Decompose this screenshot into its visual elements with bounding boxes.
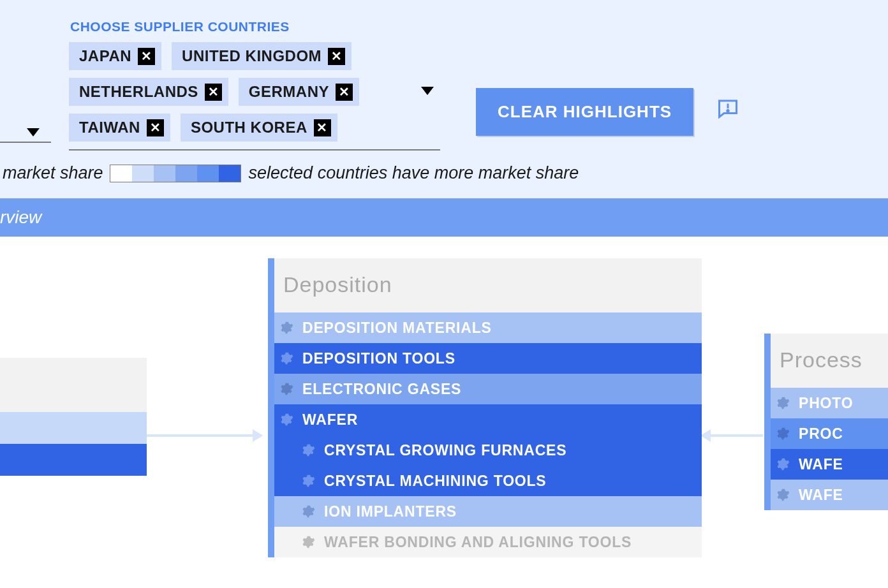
row-label: PROC [799, 425, 843, 443]
close-icon[interactable]: ✕ [147, 119, 164, 136]
list-item[interactable]: ELECTRONIC GASES [268, 374, 702, 404]
gear-icon [279, 321, 293, 335]
flow-arrow [702, 434, 763, 437]
section-banner: rview [0, 198, 888, 237]
close-icon[interactable]: ✕ [138, 48, 155, 65]
flow-arrow [147, 434, 262, 437]
panel-title: Deposition [268, 258, 702, 312]
panel-process: Process PHOTOPROCWAFEWAFE [764, 334, 888, 510]
clear-highlights-button[interactable]: CLEAR HIGHLIGHTS [476, 88, 693, 136]
list-item[interactable]: PROC [764, 418, 888, 449]
legend-swatches [110, 165, 241, 182]
legend-left-label: market share [3, 163, 103, 183]
panel-title: Process [764, 334, 888, 388]
list-item[interactable]: ION IMPLANTERS [268, 496, 702, 527]
gear-icon [301, 443, 315, 457]
row-label: DEPOSITION MATERIALS [302, 320, 492, 337]
gear-icon [776, 488, 790, 502]
row-label: CRYSTAL MACHINING TOOLS [324, 473, 547, 490]
list-item[interactable]: DEPOSITION MATERIALS [268, 312, 702, 343]
list-item[interactable]: PHOTO [764, 388, 888, 418]
list-item[interactable]: CRYSTAL MACHINING TOOLS [268, 466, 702, 496]
gear-icon [279, 413, 293, 427]
row-label: CRYSTAL GROWING FURNACES [324, 442, 566, 459]
list-item[interactable]: WAFER [268, 404, 702, 435]
legend-right-label: selected countries have more market shar… [249, 163, 579, 183]
row-label: PHOTO [799, 395, 853, 412]
left-dropdown[interactable] [0, 42, 51, 143]
list-item[interactable]: DEPOSITION TOOLS [268, 343, 702, 374]
svg-point-1 [727, 110, 729, 112]
close-icon[interactable]: ✕ [328, 48, 345, 65]
list-item[interactable] [0, 412, 147, 444]
close-icon[interactable]: ✕ [314, 119, 331, 136]
list-item[interactable] [0, 444, 147, 476]
supply-chain-diagram: k handling Deposition DEPOSITION MATERIA… [0, 237, 888, 581]
gear-icon [776, 457, 790, 471]
row-label: ELECTRONIC GASES [302, 381, 461, 398]
close-icon[interactable]: ✕ [336, 84, 353, 101]
chip-label: SOUTH KOREA [191, 119, 307, 136]
row-label: WAFE [799, 487, 843, 504]
list-item[interactable]: WAFE [764, 480, 888, 510]
chip-label: JAPAN [79, 47, 131, 65]
chip-label: NETHERLANDS [79, 83, 198, 101]
gear-icon [301, 474, 315, 488]
chevron-down-icon[interactable] [421, 87, 434, 95]
gear-icon [301, 535, 315, 549]
chip-germany[interactable]: GERMANY✕ [239, 78, 359, 106]
row-label: WAFE [799, 456, 843, 473]
list-item[interactable]: CRYSTAL GROWING FURNACES [268, 435, 702, 466]
gear-icon [776, 396, 790, 410]
chip-label: GERMANY [249, 83, 329, 101]
chip-netherlands[interactable]: NETHERLANDS✕ [69, 78, 228, 106]
filter-panel: CHOOSE SUPPLIER COUNTRIES JAPAN✕ UNITED … [0, 0, 888, 198]
row-label: WAFER [302, 411, 358, 429]
row-label: ION IMPLANTERS [324, 503, 457, 520]
panel-title: k handling [0, 358, 147, 412]
row-label: WAFER BONDING AND ALIGNING TOOLS [324, 534, 632, 551]
gear-icon [301, 504, 315, 518]
gear-icon [279, 351, 293, 365]
list-item[interactable]: WAFE [764, 449, 888, 480]
list-item[interactable]: WAFER BONDING AND ALIGNING TOOLS [268, 527, 702, 557]
panel-deposition: Deposition DEPOSITION MATERIALSDEPOSITIO… [268, 258, 702, 557]
gear-icon [776, 427, 790, 441]
panel-handling: k handling [0, 358, 147, 476]
chip-label: UNITED KINGDOM [182, 47, 322, 65]
chip-label: TAIWAN [79, 119, 140, 136]
feedback-icon[interactable] [715, 97, 741, 122]
chip-south-korea[interactable]: SOUTH KOREA✕ [181, 114, 337, 142]
chip-japan[interactable]: JAPAN✕ [69, 42, 161, 70]
close-icon[interactable]: ✕ [205, 84, 222, 101]
chevron-down-icon [27, 128, 40, 136]
supplier-chips[interactable]: JAPAN✕ UNITED KINGDOM✕ NETHERLANDS✕ GERM… [69, 42, 440, 151]
supplier-filter-label: CHOOSE SUPPLIER COUNTRIES [70, 19, 888, 34]
chip-united-kingdom[interactable]: UNITED KINGDOM✕ [172, 42, 352, 70]
gear-icon [279, 382, 293, 396]
legend: market share selected countries have mor… [0, 151, 888, 193]
chip-taiwan[interactable]: TAIWAN✕ [69, 114, 170, 142]
row-label: DEPOSITION TOOLS [302, 350, 455, 367]
